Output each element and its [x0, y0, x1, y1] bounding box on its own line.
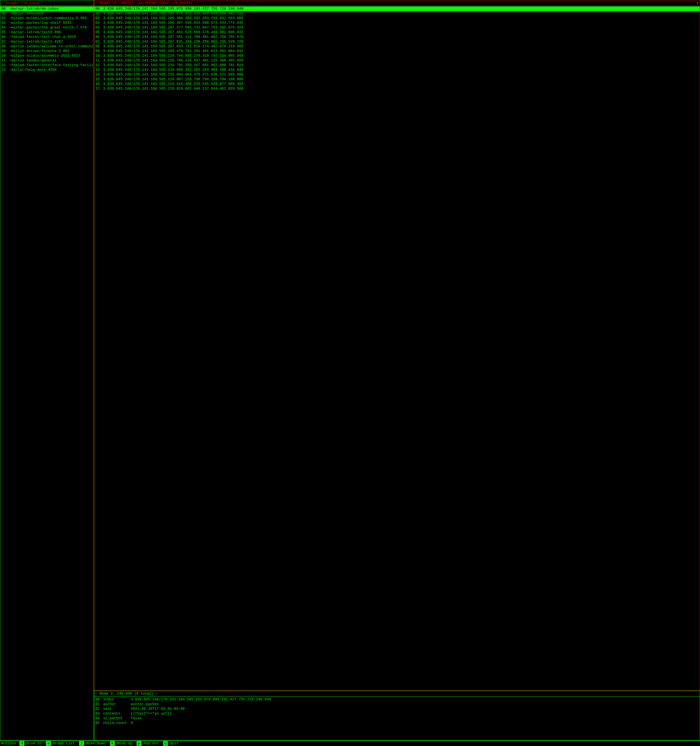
detail-item-value: [{"text"=>"yo yo"}] [131, 711, 698, 716]
status-key[interactable]: q [163, 741, 168, 746]
graph-item-num: 01 [2, 11, 9, 15]
node-list-item[interactable]: 063.830.645.248/170.141.184.505.207.581.… [94, 35, 700, 39]
status-action-label: Move Up [115, 741, 134, 746]
graph-item-num: 11 [2, 58, 9, 63]
detail-list-item: 02sent2021-08-10T17:03:41-04:00 [94, 707, 700, 711]
graph-list-item[interactable]: 08~darrux-landes/welcome-to-urbit-commun… [0, 44, 94, 49]
graph-item-num: 02 [2, 16, 9, 20]
node-list-item[interactable]: 163.830.645.248/170.141.184.505.210.816.… [94, 81, 700, 86]
node-item-num: 04 [95, 26, 103, 30]
graph-list-item[interactable]: 12~fabled-faster/interface-testing-facil… [0, 63, 94, 68]
node-item-num: 05 [95, 30, 103, 34]
node-list-item[interactable]: 173.830.645.248/170.141.184.505.210.819.… [94, 86, 700, 91]
node-item-num: 11 [95, 58, 103, 63]
nodes-panel-header: — Nodes of ~barsyr-latreb/dm-inbox (18 t… [94, 0, 700, 6]
nodes-panel: — Nodes of ~barsyr-latreb/dm-inbox (18 t… [94, 0, 700, 691]
graph-list-item[interactable]: 02~bitbet-bolbel/urbit-community-5.963 [0, 16, 94, 21]
graph-list[interactable]: 00~barsyr-latreb/dm-inbox01~darlur/annou… [0, 6, 94, 740]
status-key[interactable]: d [20, 741, 24, 746]
node-item-value: 3.830.645.248/170.141.184.505.206.306.30… [103, 16, 698, 20]
node-item-num: 10 [95, 54, 103, 58]
detail-item-num: 02 [95, 707, 103, 711]
status-key[interactable]: k [110, 741, 115, 746]
status-key[interactable]: o [46, 741, 51, 746]
graph-list-item[interactable]: 03~winter-paches/top-shelf-6391 [0, 21, 94, 25]
node-detail-header: — Node 3..240.640 (6 total) — [94, 691, 700, 696]
graph-list-item[interactable]: 10~bitpyx-dildus/assembly-2021-6523 [0, 53, 94, 58]
graph-item-num: 13 [2, 68, 9, 72]
node-item-num: 17 [95, 87, 103, 91]
graph-item-name: ~bitpyx-dildus/assembly-2021-6523 [9, 54, 93, 58]
graph-list-item[interactable]: 09~millyt-dorsen/finance-2.962 [0, 49, 94, 53]
node-list-item[interactable]: 073.830.645.248/170.141.184.505.207.831.… [94, 39, 700, 44]
graph-item-num: 04 [2, 26, 9, 30]
graph-list-item[interactable]: 13~darlur/help-desk-4556 [0, 68, 94, 72]
graph-item-name: ~darrux-landes/welcome-to-urbit-communit… [9, 44, 94, 48]
graph-list-item[interactable]: 05~barsyr-latreb/test0-996 [0, 30, 94, 35]
status-key[interactable]: j [79, 741, 84, 746]
node-item-num: 09 [95, 49, 103, 53]
node-list-item[interactable]: 143.830.645.248/170.141.184.505.210.804.… [94, 72, 700, 77]
node-item-num: 01 [95, 11, 103, 15]
node-item-num: 12 [95, 63, 103, 67]
graph-item-num: 08 [2, 44, 9, 48]
graph-item-num: 06 [2, 35, 9, 39]
node-item-num: 07 [95, 39, 103, 44]
detail-list-item: 03contents[{"text"=>"yo yo"}] [94, 711, 700, 716]
node-list-item[interactable]: 103.830.645.248/170.141.184.505.210.784.… [94, 53, 700, 58]
node-list-item[interactable]: 133.830.645.248/170.141.184.505.210.800.… [94, 68, 700, 72]
graph-item-num: 09 [2, 49, 9, 53]
graph-list-item[interactable]: 11~darrux-landes/general [0, 58, 94, 63]
main-content: — Graphs (14 total) — 00~barsyr-latreb/d… [0, 0, 700, 740]
node-list-item[interactable]: 003.830.645.248/170.141.184.505.195.078.… [94, 6, 700, 11]
graph-item-name: ~winter-paches/the-great-north-7.579 [9, 26, 93, 30]
graph-item-num: 03 [2, 21, 9, 25]
node-detail-panel: — Node 3..240.640 (6 total) — 00index3.8… [94, 691, 700, 740]
node-list-item[interactable]: 033.830.645.248/170.141.184.505.206.307.… [94, 21, 700, 25]
graph-item-num: 07 [2, 39, 9, 44]
node-item-value: 3.830.645.248/170.141.184.505.207.833.72… [103, 44, 698, 48]
node-item-value: 3.830.645.248/170.141.184.505.210.816.40… [103, 82, 698, 86]
status-key[interactable]: p [137, 741, 141, 746]
graph-item-num: 10 [2, 54, 9, 58]
close-button[interactable]: x [696, 1, 698, 5]
status-action-label: Move Down [84, 741, 108, 746]
node-list-item[interactable]: 053.830.645.248/170.141.184.505.207.462.… [94, 30, 700, 35]
node-item-num: 06 [95, 35, 103, 39]
node-item-value: 3.830.645.248/170.141.184.505.210.784.88… [103, 54, 698, 58]
node-list-item[interactable]: 083.830.645.248/170.141.184.505.207.833.… [94, 44, 700, 49]
node-list-item[interactable]: 153.830.645.248/170.141.184.505.210.807.… [94, 77, 700, 81]
graph-list-item[interactable]: 07~barsyr-latreb/test1-4287 [0, 39, 94, 44]
graph-item-name: ~darlur/help-desk-4556 [9, 68, 93, 72]
detail-item-key: author [103, 702, 131, 706]
graph-list-item[interactable]: 06~fabled-faster/test-chat-a-5919 [0, 35, 94, 39]
node-item-num: 13 [95, 68, 103, 72]
detail-item-key: is_parent [103, 716, 131, 720]
node-item-num: 16 [95, 82, 103, 86]
graph-list-item[interactable]: 00~barsyr-latreb/dm-inbox [0, 6, 94, 11]
graph-list-item[interactable]: 04~winter-paches/the-great-north-7.579 [0, 25, 94, 30]
node-detail-list: 00index3.830.645.248/170.141.184.505.195… [94, 696, 700, 726]
node-list-item[interactable]: 013.830.645.248/170.141.184.505.195.078.… [94, 11, 700, 16]
node-list-item[interactable]: 023.830.645.248/170.141.184.505.206.306.… [94, 16, 700, 21]
detail-item-key: contents [103, 711, 131, 716]
status-bar: Actions: d Dive In o Graph List j Move D… [0, 740, 700, 746]
node-item-value: 3.830.645.248/170.141.184.505.210.800.34… [103, 68, 698, 72]
node-item-value: 3.830.645.248/170.141.184.505.195.078.09… [103, 7, 698, 11]
node-list-item[interactable]: 123.830.645.248/170.141.184.505.210.791.… [94, 63, 700, 68]
node-list-item[interactable]: 093.830.645.248/170.141.184.505.209.470.… [94, 49, 700, 53]
node-item-value: 3.830.645.248/170.141.184.505.207.277.59… [103, 26, 698, 30]
node-item-num: 08 [95, 44, 103, 48]
nodes-title: Nodes of ~barsyr-latreb/dm-inbox (18 tot… [100, 1, 192, 5]
graph-item-num: 00 [2, 7, 9, 11]
node-list-item[interactable]: 043.830.645.248/170.141.184.505.207.277.… [94, 25, 700, 30]
nodes-list[interactable]: 003.830.645.248/170.141.184.505.195.078.… [94, 6, 700, 690]
node-item-num: 03 [95, 21, 103, 25]
node-item-value: 3.830.645.248/170.141.184.505.195.078.97… [103, 11, 698, 15]
graph-list-item[interactable]: 01~darlur/announce [0, 11, 94, 16]
node-item-value: 3.830.645.248/170.141.184.505.206.307.54… [103, 21, 698, 25]
graph-item-name: ~millyt-dorsen/finance-2.962 [9, 49, 93, 53]
detail-item-key: sent [103, 707, 131, 711]
node-item-value: 3.830.645.248/170.141.184.505.209.470.78… [103, 49, 698, 53]
node-list-item[interactable]: 113.830.645.248/170.141.184.505.210.788.… [94, 58, 700, 63]
